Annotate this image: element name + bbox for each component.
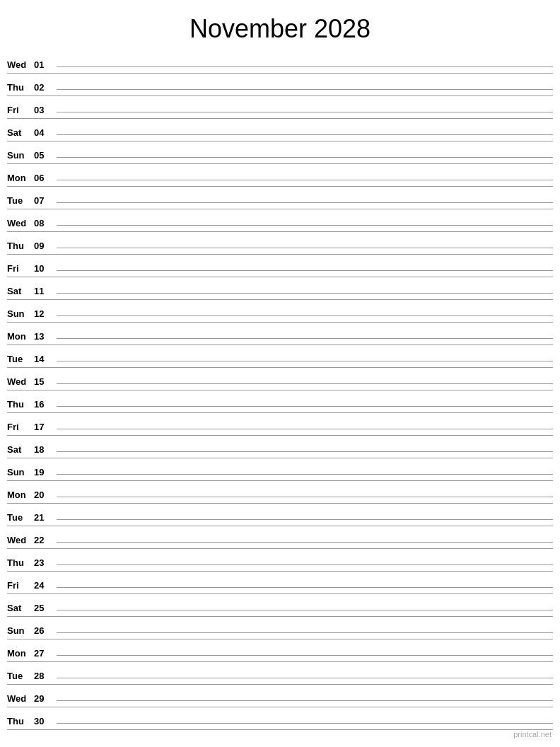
day-name: Thu: [7, 557, 34, 568]
day-line: [57, 497, 553, 497]
day-number: 13: [34, 331, 54, 342]
day-name: Mon: [7, 331, 34, 342]
day-number: 06: [34, 173, 54, 183]
table-row: Sat11: [7, 277, 553, 300]
table-row: Sun19: [7, 458, 553, 481]
table-row: Fri10: [7, 255, 553, 277]
day-number: 01: [34, 59, 54, 70]
day-number: 21: [34, 512, 54, 523]
day-line: [57, 723, 553, 724]
day-number: 04: [34, 127, 54, 138]
day-name: Sat: [7, 127, 34, 138]
day-name: Fri: [7, 263, 34, 274]
day-line: [57, 519, 553, 520]
day-number: 29: [34, 693, 54, 704]
table-row: Sun26: [7, 617, 553, 639]
day-line: [57, 700, 553, 701]
day-number: 12: [34, 308, 54, 319]
table-row: Mon20: [7, 481, 553, 504]
day-name: Mon: [7, 490, 34, 500]
day-number: 10: [34, 263, 54, 274]
day-line: [57, 66, 553, 67]
table-row: Thu30: [7, 707, 553, 730]
day-number: 14: [34, 354, 54, 364]
day-line: [57, 338, 553, 339]
day-number: 26: [34, 625, 54, 636]
day-name: Tue: [7, 671, 34, 681]
day-line: [57, 610, 553, 610]
table-row: Tue28: [7, 662, 553, 685]
day-number: 02: [34, 82, 54, 93]
day-line: [57, 180, 553, 180]
table-row: Wed29: [7, 685, 553, 707]
table-row: Wed22: [7, 526, 553, 549]
table-row: Mon06: [7, 164, 553, 187]
day-line: [57, 542, 553, 543]
calendar-container: Wed01Thu02Fri03Sat04Sun05Mon06Tue07Wed08…: [0, 51, 560, 730]
day-name: Fri: [7, 422, 34, 432]
day-number: 09: [34, 241, 54, 251]
day-number: 22: [34, 535, 54, 545]
table-row: Tue07: [7, 187, 553, 209]
day-name: Wed: [7, 693, 34, 704]
day-name: Wed: [7, 535, 34, 545]
day-name: Thu: [7, 399, 34, 410]
day-number: 11: [34, 286, 54, 296]
day-number: 15: [34, 376, 54, 387]
day-name: Thu: [7, 241, 34, 251]
day-number: 16: [34, 399, 54, 410]
day-line: [57, 474, 553, 475]
day-number: 19: [34, 467, 54, 477]
day-line: [57, 112, 553, 112]
day-name: Sat: [7, 286, 34, 296]
day-line: [57, 632, 553, 633]
day-number: 27: [34, 648, 54, 659]
day-number: 28: [34, 671, 54, 681]
table-row: Tue14: [7, 345, 553, 368]
table-row: Wed08: [7, 209, 553, 232]
day-name: Wed: [7, 218, 34, 228]
day-number: 08: [34, 218, 54, 228]
table-row: Tue21: [7, 504, 553, 526]
day-line: [57, 293, 553, 294]
day-line: [57, 157, 553, 158]
day-line: [57, 202, 553, 203]
day-name: Sat: [7, 603, 34, 613]
day-number: 18: [34, 444, 54, 455]
day-number: 23: [34, 557, 54, 568]
day-name: Sun: [7, 467, 34, 477]
day-name: Wed: [7, 376, 34, 387]
day-name: Fri: [7, 105, 34, 115]
page-title: November 2028: [0, 0, 560, 51]
day-number: 30: [34, 716, 54, 726]
table-row: Sat04: [7, 119, 553, 141]
day-number: 07: [34, 195, 54, 206]
day-name: Mon: [7, 648, 34, 659]
day-line: [57, 429, 553, 429]
day-line: [57, 564, 553, 565]
day-name: Sun: [7, 308, 34, 319]
table-row: Thu02: [7, 74, 553, 96]
day-name: Sun: [7, 625, 34, 636]
day-line: [57, 451, 553, 452]
day-name: Thu: [7, 82, 34, 93]
day-name: Fri: [7, 580, 34, 591]
table-row: Fri24: [7, 572, 553, 594]
watermark: printcal.net: [513, 730, 552, 739]
table-row: Sat18: [7, 436, 553, 458]
day-line: [57, 406, 553, 407]
table-row: Fri17: [7, 413, 553, 436]
table-row: Sat25: [7, 594, 553, 617]
day-name: Tue: [7, 354, 34, 364]
day-name: Wed: [7, 59, 34, 70]
day-name: Mon: [7, 173, 34, 183]
day-name: Tue: [7, 195, 34, 206]
table-row: Wed01: [7, 51, 553, 74]
table-row: Wed15: [7, 368, 553, 390]
day-line: [57, 587, 553, 588]
table-row: Sun05: [7, 141, 553, 164]
table-row: Thu23: [7, 549, 553, 572]
day-line: [57, 678, 553, 678]
day-line: [57, 89, 553, 90]
table-row: Sun12: [7, 300, 553, 323]
